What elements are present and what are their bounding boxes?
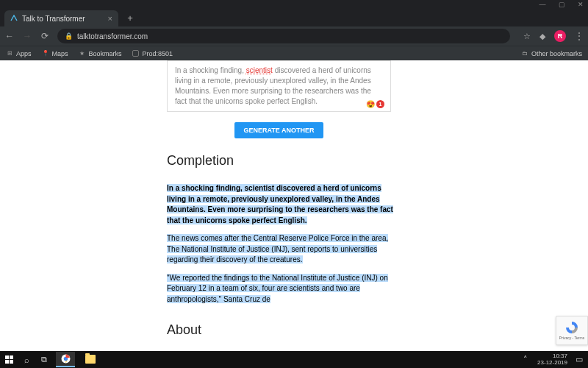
window-minimize-icon[interactable]: —	[538, 1, 547, 8]
tray-up-icon[interactable]: ˄	[520, 354, 531, 366]
new-tab-button[interactable]: +	[123, 10, 137, 25]
star-icon[interactable]: ☆	[523, 32, 531, 41]
bookmark-bookmarks[interactable]: ★Bookmarks	[79, 50, 122, 57]
recaptcha-icon	[564, 320, 579, 335]
bookmark-maps[interactable]: 📍Maps	[42, 50, 68, 57]
browser-tab[interactable]: Talk to Transformer ×	[4, 10, 118, 26]
forward-button[interactable]: →	[22, 31, 32, 41]
bookmarks-bar: ⊞Apps 📍Maps ★Bookmarks Prod:8501 🗀Other …	[0, 46, 588, 60]
extension-icon[interactable]: ◆	[539, 32, 545, 41]
reactions: 😍 1	[366, 100, 384, 108]
completion-paragraph: In a shocking finding, scientist discove…	[167, 184, 393, 224]
back-button[interactable]: ←	[4, 31, 15, 41]
menu-icon[interactable]: ⋮	[575, 31, 584, 41]
address-bar[interactable]: 🔒 talktotransformer.com	[57, 29, 510, 43]
reload-button[interactable]: ⟳	[40, 31, 50, 41]
recaptcha-text: Privacy - Terms	[559, 336, 584, 341]
taskbar-chrome[interactable]	[56, 352, 75, 367]
completion-paragraph: The news comes after the Central Reserve…	[167, 234, 388, 263]
prompt-box: In a shocking finding, scientist discove…	[167, 60, 391, 112]
generate-another-button[interactable]: GENERATE ANOTHER	[234, 122, 323, 138]
window-close-icon[interactable]: ✕	[576, 1, 585, 8]
favicon-icon	[10, 15, 18, 22]
folder-icon	[85, 355, 96, 364]
nav-toolbar: ← → ⟳ 🔒 talktotransformer.com ☆ ◆ R ⋮	[0, 26, 588, 46]
recaptcha-badge[interactable]: Privacy - Terms	[556, 316, 588, 345]
start-button[interactable]	[3, 354, 15, 366]
task-view-icon[interactable]: ⧉	[38, 354, 50, 366]
tab-strip: Talk to Transformer × +	[0, 9, 588, 26]
notifications-icon[interactable]: ▭	[573, 354, 585, 366]
bookmark-other[interactable]: 🗀Other bookmarks	[521, 50, 582, 57]
prompt-text: In a shocking finding, scientist discove…	[175, 66, 383, 107]
taskbar: ⌕ ⧉ ˄ 10:37 23-12-2019 ▭	[0, 351, 588, 368]
page-viewport: In a shocking finding, scientist discove…	[0, 60, 588, 351]
taskbar-explorer[interactable]	[81, 352, 100, 367]
bookmark-prod[interactable]: Prod:8501	[132, 50, 173, 57]
tab-close-icon[interactable]: ×	[108, 14, 112, 23]
about-heading: About	[167, 322, 402, 338]
window-maximize-icon[interactable]: ▢	[557, 1, 566, 8]
profile-avatar[interactable]: R	[554, 30, 566, 42]
url-text: talktotransformer.com	[77, 32, 148, 40]
window-titlebar: — ▢ ✕	[0, 0, 588, 9]
completion-text[interactable]: In a shocking finding, scientist discove…	[167, 183, 395, 305]
tab-title: Talk to Transformer	[22, 15, 104, 23]
spellcheck-word: scientist	[246, 66, 273, 74]
search-icon[interactable]: ⌕	[21, 354, 32, 366]
reaction-count[interactable]: 1	[376, 100, 384, 108]
bookmark-apps[interactable]: ⊞Apps	[6, 50, 32, 57]
lock-icon: 🔒	[65, 32, 73, 40]
heart-eyes-icon[interactable]: 😍	[366, 100, 375, 108]
completion-heading: Completion	[167, 153, 496, 169]
system-clock[interactable]: 10:37 23-12-2019	[537, 353, 567, 366]
completion-paragraph: "We reported the findings to the Nationa…	[167, 274, 388, 303]
